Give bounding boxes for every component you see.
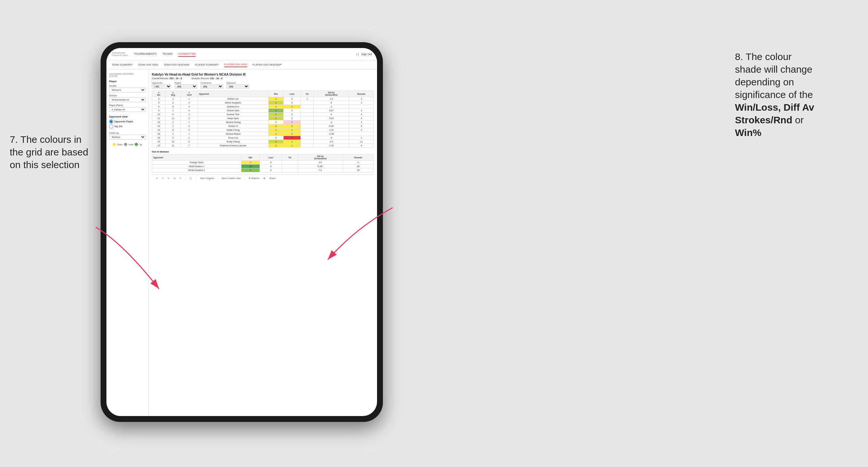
table-row: 11115Heejo Hyun103.333 xyxy=(152,117,374,120)
table-row: 633Sydney Kuo11-1 xyxy=(152,105,374,109)
nav-committee[interactable]: COMMITTEE xyxy=(178,52,196,57)
table-row: NAIA Division 11509.26730 xyxy=(152,164,374,168)
table-row: 19106Emily Chang410.311 xyxy=(152,140,374,144)
opponent-view-label: Opponent view xyxy=(109,115,146,118)
legend-up-dot xyxy=(135,143,138,146)
tab-team-h2h-heatmap[interactable]: TEAM H2H HEATMAP xyxy=(163,63,190,67)
col-ood-loss: Loss xyxy=(260,154,282,161)
content-body: Last Updated: 27/03/2024 16:55:38 Player… xyxy=(106,69,377,416)
region-select[interactable]: (All) xyxy=(175,84,197,89)
table-row: 1585Stella Cheng111.254 xyxy=(152,128,374,132)
col-reg: #Reg xyxy=(165,91,181,97)
filter-opponent: Opponent (All) xyxy=(226,82,249,89)
col-tie: Tie xyxy=(301,91,313,97)
tab-player-h2h-heatmap[interactable]: PLAYER H2H HEATMAP xyxy=(252,63,282,67)
opponent-select[interactable]: (All) xyxy=(226,84,249,89)
layout-btn[interactable]: ⊞ xyxy=(262,177,267,180)
gender-select[interactable]: Women's xyxy=(109,88,146,93)
gender-label: Gender xyxy=(109,85,146,87)
player-rank-select[interactable]: 8. Katelyn Vo xyxy=(109,107,146,112)
conference-select[interactable]: (All) xyxy=(200,84,223,89)
cut-btn[interactable]: ✂ xyxy=(179,177,182,180)
out-of-division-title: Out of division xyxy=(152,150,374,153)
filter-row: Opponents: ( All) Region (All) xyxy=(152,82,374,89)
colour-by-section: Colour by Win/loss xyxy=(109,132,146,139)
col-rounds: Rounds xyxy=(349,91,374,97)
legend-level-label: Level xyxy=(128,144,134,146)
tablet-inner: SCOREBOARD Powered by clippd TOURNAMENTS… xyxy=(106,48,377,416)
radio-group: Opponents Played Top 100 xyxy=(109,119,146,128)
nav-right: ı | Sign out xyxy=(356,53,372,56)
legend-down-dot xyxy=(113,143,116,146)
col-win: Win xyxy=(268,91,283,97)
legend-row: Down Level Up xyxy=(113,143,142,146)
share-btn[interactable]: Share xyxy=(268,177,276,180)
left-panel: Last Updated: 27/03/2024 16:55:38 Player… xyxy=(106,69,149,416)
main-data-table: #Div #Reg #Conf Opponent Win Loss Tie Di… xyxy=(152,91,374,148)
sign-out-link[interactable]: Sign out xyxy=(361,53,372,56)
col-ood-win: Win xyxy=(241,154,260,161)
record-row: Overall Record: 353 - 34 - 6 Division Re… xyxy=(152,77,374,80)
filter-region: Region (All) xyxy=(175,82,197,89)
filter-opponents: Opponents: ( All) xyxy=(152,82,171,89)
redo-btn[interactable]: ↪ xyxy=(161,177,165,180)
filter-conference: Conference (All) xyxy=(200,82,223,89)
player-rank-label: Player (Rank) xyxy=(109,104,146,106)
clock-btn[interactable]: 🕐 xyxy=(188,177,193,180)
save-custom-btn[interactable]: Save Custom View xyxy=(221,177,242,180)
last-updated: Last Updated: 27/03/2024 16:55:38 xyxy=(109,73,146,77)
col-conf: #Conf xyxy=(181,91,198,97)
colour-by-label: Colour by xyxy=(109,132,146,134)
undo2-btn[interactable]: ↩ xyxy=(167,177,171,180)
col-diff: Diff AvStrokes/Rnd xyxy=(313,91,349,97)
tab-team-h2h-grid[interactable]: TEAM H2H GRID xyxy=(138,63,158,67)
radio-opponents-played[interactable]: Opponents Played xyxy=(109,119,146,124)
tablet-screen: SCOREBOARD Powered by clippd TOURNAMENTS… xyxy=(106,48,377,416)
view-original-btn[interactable]: View: Original xyxy=(199,177,215,180)
opponents-select[interactable]: ( All) xyxy=(152,84,171,89)
nav-links: TOURNAMENTS TEAMS COMMITTEE xyxy=(134,52,356,57)
legend-down-label: Down xyxy=(117,144,123,146)
col-ood-rounds: Rounds xyxy=(343,154,373,161)
table-row: 20117Federica Domecq Lacroze211.336 xyxy=(152,144,374,148)
colour-by-select[interactable]: Win/loss xyxy=(109,135,146,139)
bottom-toolbar: ↩ ↪ ↩ ⊡ ✂ | 🕐 | View: Original | Save Cu… xyxy=(152,174,374,182)
col-opponent: Opponent xyxy=(197,91,268,97)
out-of-division-table: Opponent Win Loss Tie Diff AvStrokes/Rnd… xyxy=(152,154,374,172)
legend-up-label: Up xyxy=(139,144,142,146)
logo: SCOREBOARD Powered by clippd xyxy=(112,52,127,56)
tab-player-summary[interactable]: PLAYER SUMMARY xyxy=(195,63,219,67)
col-ood-opponent: Opponent xyxy=(152,154,241,161)
col-ood-diff: Diff AvStrokes/Rnd xyxy=(298,154,343,161)
watch-btn[interactable]: 👁 Watch ▾ xyxy=(248,177,260,180)
division-select[interactable]: NCAA Division III xyxy=(109,97,146,102)
col-div: #Div xyxy=(152,91,165,97)
table-row: NCAA Division 2507.410 xyxy=(152,168,374,172)
tab-team-summary[interactable]: TEAM SUMMARY xyxy=(112,63,133,67)
tab-player-h2h-grid[interactable]: PLAYER H2H GRID xyxy=(224,62,247,67)
undo-btn[interactable]: ↩ xyxy=(155,177,159,180)
table-row: 1474Eunice Yi220.389 xyxy=(152,124,374,128)
annotation-left: 7. The colours in the grid are based on … xyxy=(10,133,94,171)
table-row: 1063Andrea York2044 xyxy=(152,113,374,117)
right-content: Katelyn Vo Head-to-Head Grid for Women's… xyxy=(149,69,377,416)
annotation-right: 8. The colour shade will change dependin… xyxy=(735,50,858,139)
table-row: 1671Jessica Mason12-0.94 xyxy=(152,132,374,136)
copy-btn[interactable]: ⊡ xyxy=(173,177,177,180)
table-row: 1822Euna Lee02-52 xyxy=(152,136,374,140)
sub-nav: TEAM SUMMARY TEAM H2H GRID TEAM H2H HEAT… xyxy=(106,60,377,69)
legend: Down Level Up xyxy=(109,143,146,146)
player-section-title: Player xyxy=(109,80,146,83)
radio-top100[interactable]: Top 100 xyxy=(109,124,146,128)
legend-level-dot xyxy=(124,143,127,146)
nav-tournaments[interactable]: TOURNAMENTS xyxy=(134,52,156,57)
nav-bar: SCOREBOARD Powered by clippd TOURNAMENTS… xyxy=(106,48,377,60)
col-loss: Loss xyxy=(283,91,301,97)
table-row: Foreign Team104.52 xyxy=(152,161,374,164)
nav-teams[interactable]: TEAMS xyxy=(162,52,172,57)
tablet-frame: SCOREBOARD Powered by clippd TOURNAMENTS… xyxy=(101,42,383,422)
division-label: Division xyxy=(109,94,146,97)
table-row: 914Sharon Mun303.673 xyxy=(152,109,374,113)
grid-title: Katelyn Vo Head-to-Head Grid for Women's… xyxy=(152,73,374,76)
table-row: 522Alexis Sudjianto1043 xyxy=(152,101,374,105)
